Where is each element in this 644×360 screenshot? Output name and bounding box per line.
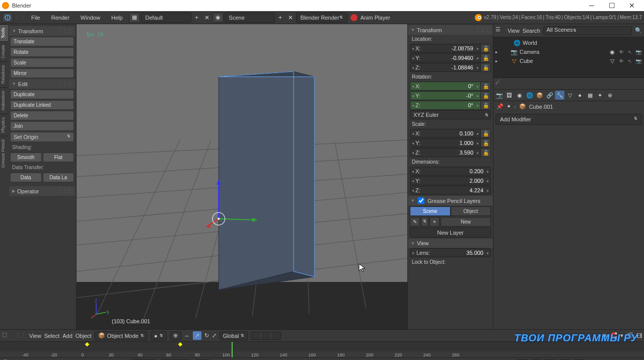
eye-icon[interactable]: 👁 [618, 58, 625, 64]
render-engine-dropdown[interactable]: Blender Render⇅ [296, 13, 347, 23]
tab-tools[interactable]: Tools [0, 24, 8, 41]
screen-layout-browse[interactable]: ▦ [129, 13, 140, 23]
pivot-dropdown[interactable]: ⊕ [170, 331, 181, 340]
duplicate-button[interactable]: Duplicate [10, 90, 74, 99]
location-x-field[interactable]: ◂X:-2.08759▸🔓 [410, 44, 491, 53]
tab-create[interactable]: Create [0, 41, 8, 61]
lock-icon[interactable]: 🔓 [480, 101, 490, 109]
vp-view-menu[interactable]: View [29, 333, 41, 339]
gp-object-button[interactable]: Object [451, 206, 491, 216]
scene-field[interactable]: Scene [225, 13, 275, 23]
transform-panel-header[interactable]: ▼Transform⋮⋮⋮ [9, 26, 75, 36]
flat-button[interactable]: Flat [43, 153, 75, 162]
outliner-search-menu[interactable]: Search [523, 28, 540, 34]
tab-world-icon[interactable]: 🌐 [525, 91, 534, 100]
rotate-button[interactable]: Rotate [10, 47, 74, 57]
scene-browse[interactable]: ◉ [212, 13, 224, 23]
vp-add-menu[interactable]: Add [62, 333, 73, 339]
editor-type-properties[interactable]: ☄ [495, 79, 505, 88]
lock-icon[interactable]: 🔓 [480, 149, 490, 157]
editor-type-outliner[interactable]: ☰ [495, 26, 505, 35]
tab-grease-pencil[interactable]: Grease Pencil [0, 136, 8, 171]
editor-type-3dview[interactable]: ⬚ [2, 331, 12, 340]
tab-physics[interactable]: Physics [0, 114, 8, 136]
set-origin-dropdown[interactable]: Set Origin⇅ [10, 132, 74, 142]
layers-widget[interactable] [251, 332, 281, 340]
orientation-dropdown[interactable]: Global⇅ [220, 331, 248, 340]
render-icon[interactable]: 📷 [635, 49, 642, 55]
rotation-x-field[interactable]: ◂X:0°▸🔓 [410, 82, 491, 91]
outliner-item-camera[interactable]: ▸ 📷 Camera ◉ 👁↖📷 [493, 47, 644, 56]
rotation-mode-dropdown[interactable]: XYZ Euler⇅ [410, 110, 491, 119]
edit-panel-header[interactable]: ▼Edit⋮⋮⋮ [9, 79, 75, 89]
location-z-field[interactable]: ◂Z:-1.08846▸🔓 [410, 63, 491, 72]
scene-add-button[interactable]: + [276, 13, 285, 23]
tab-object-icon[interactable]: 📦 [535, 91, 544, 100]
screen-layout-field[interactable]: Default [141, 13, 191, 23]
manipulator-translate-icon[interactable]: ↗ [193, 331, 201, 340]
tab-scene-icon[interactable]: ◉ [515, 91, 524, 100]
join-button[interactable]: Join [10, 121, 74, 131]
editor-type-button[interactable]: i [2, 13, 13, 23]
new-layer-button[interactable]: New Layer [410, 228, 491, 238]
keyframe-icon[interactable] [178, 342, 182, 346]
manipulator-toggle[interactable]: ↔ [184, 333, 190, 339]
view-panel-header[interactable]: ▼View [408, 239, 493, 248]
lock-icon[interactable]: 🔓 [480, 54, 490, 62]
scene-remove-button[interactable]: ✕ [286, 13, 295, 23]
scale-button[interactable]: Scale [10, 58, 74, 67]
location-y-field[interactable]: ◂Y:-0.99460▸🔓 [410, 53, 491, 62]
duplicate-linked-button[interactable]: Duplicate Linked [10, 100, 74, 110]
layout-remove-button[interactable]: ✕ [202, 13, 211, 23]
vp-object-menu[interactable]: Object [76, 333, 92, 339]
rotation-y-field[interactable]: ◂Y:-0°▸🔓 [410, 91, 491, 100]
search-icon[interactable]: 🔍 [635, 27, 642, 34]
data-button[interactable]: Data [10, 173, 42, 182]
menu-render[interactable]: Render [46, 15, 75, 21]
cursor-icon[interactable]: ↖ [626, 58, 633, 64]
lock-icon[interactable]: 🔓 [480, 82, 490, 90]
manipulator-rotate-icon[interactable]: ↻ [204, 332, 209, 339]
delete-button[interactable]: Delete [10, 111, 74, 120]
stop-render-icon[interactable] [350, 14, 357, 21]
lock-icon[interactable]: 🔓 [480, 129, 490, 137]
gp-dropdown-icon[interactable]: ⇅ [421, 217, 428, 227]
scene-link-icon[interactable]: ✦ [507, 103, 511, 110]
window-minimize-button[interactable]: ─ [582, 1, 602, 11]
tab-data-icon[interactable]: ▽ [565, 91, 575, 100]
gp-scene-button[interactable]: Scene [410, 206, 451, 216]
lock-icon[interactable]: 🔓 [480, 92, 490, 100]
tab-modifiers-icon[interactable]: 🔧 [555, 91, 564, 100]
tab-animation[interactable]: Animation [0, 87, 8, 114]
lock-icon[interactable]: 🔓 [480, 44, 490, 52]
operator-panel-header[interactable]: ▶Operator⋮⋮⋮ [9, 186, 75, 196]
menu-file[interactable]: File [26, 15, 45, 21]
gp-new-button[interactable]: New [441, 217, 491, 227]
layout-add-button[interactable]: + [192, 13, 201, 23]
tab-relations[interactable]: Relations [0, 61, 8, 87]
outliner-tree[interactable]: 🌐 World ▸ 📷 Camera ◉ 👁↖📷 ▸ ▽ Cube ▽ 👁↖📷 [493, 37, 644, 78]
mode-dropdown[interactable]: 📦Object Mode⇅ [95, 331, 148, 340]
tab-physics-icon[interactable]: ⊕ [605, 91, 615, 100]
grease-pencil-header[interactable]: ▼Grease Pencil Layers [408, 196, 493, 205]
tab-particles-icon[interactable]: ✦ [595, 91, 605, 100]
tab-constraints-icon[interactable]: 🔗 [545, 91, 554, 100]
scale-y-field[interactable]: ◂Y:1.000▸🔓 [410, 138, 491, 148]
eye-icon[interactable]: 👁 [618, 49, 625, 55]
dim-y-field[interactable]: ◂Y:2.000▸ [410, 176, 491, 185]
vp-select-menu[interactable]: Select [44, 333, 60, 339]
shading-dropdown[interactable]: ●⇅ [151, 331, 167, 340]
tab-texture-icon[interactable]: ▦ [585, 91, 595, 100]
scale-z-field[interactable]: ◂Z:3.590▸🔓 [410, 148, 491, 157]
data-layout-button[interactable]: Data La [43, 173, 75, 182]
lens-field[interactable]: ◂Lens:35.000▸ [410, 248, 491, 257]
outliner-view-menu[interactable]: View [508, 28, 520, 34]
tab-render-layers-icon[interactable]: 🖼 [505, 91, 514, 100]
menu-window[interactable]: Window [76, 15, 105, 21]
outliner-item-world[interactable]: 🌐 World [493, 38, 644, 47]
outliner-item-cube[interactable]: ▸ ▽ Cube ▽ 👁↖📷 [493, 56, 644, 65]
lock-icon[interactable]: 🔓 [480, 63, 490, 71]
3d-viewport[interactable]: fps: 24 (103) Cube.001 z y [77, 24, 407, 329]
scale-x-field[interactable]: ◂X:0.100▸🔓 [410, 129, 491, 138]
plus-icon[interactable]: + [430, 217, 440, 227]
